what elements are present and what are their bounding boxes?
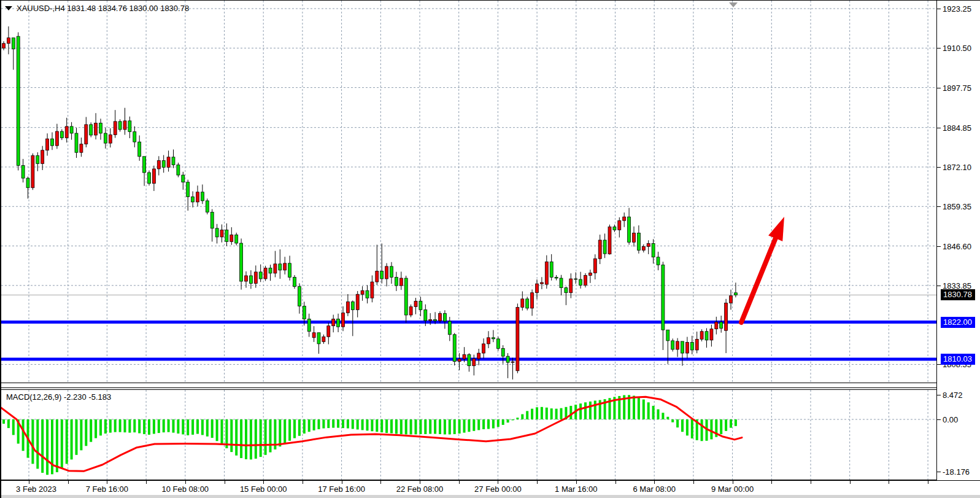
macd-histogram-bar	[691, 419, 693, 438]
macd-histogram-bar	[725, 419, 727, 431]
resistance-price-tag[interactable]: 1822.00	[941, 317, 975, 328]
time-axis[interactable]: 3 Feb 20237 Feb 16:0010 Feb 08:0015 Feb …	[1, 480, 980, 496]
macd-histogram-bar	[541, 407, 543, 419]
macd-histogram-bar	[260, 419, 262, 457]
macd-histogram-bar	[80, 419, 82, 450]
macd-histogram-bar	[46, 419, 48, 475]
macd-histogram-bar	[163, 419, 165, 432]
macd-histogram-bar	[521, 414, 523, 419]
time-axis-tick	[733, 481, 733, 484]
macd-histogram-bar	[66, 419, 68, 464]
macd-histogram-bar	[187, 419, 189, 435]
mt4-chart-window: XAUUSD-,H4 1831.48 1834.76 1830.00 1830.…	[0, 0, 980, 498]
macd-histogram-bar	[75, 419, 78, 455]
time-axis-label: 1 Mar 16:00	[555, 484, 597, 494]
macd-histogram-bar	[279, 419, 281, 446]
macd-histogram-bar	[730, 419, 732, 428]
time-axis-label: 7 Feb 16:00	[86, 484, 128, 494]
macd-histogram-bar	[235, 419, 237, 456]
macd-histogram-bar	[211, 419, 214, 438]
time-axis-tick	[498, 481, 498, 484]
macd-histogram-bar	[671, 419, 674, 422]
macd-histogram-bar	[594, 400, 596, 419]
chart-header: XAUUSD-,H4 1831.48 1834.76 1830.00 1830.…	[5, 4, 189, 13]
price-axis-tick	[937, 88, 941, 88]
macd-histogram-bar	[531, 409, 533, 419]
price-axis-tick	[937, 286, 941, 286]
macd-indicator-chart[interactable]	[1, 1, 937, 498]
price-axis-label: 1923.25	[943, 4, 971, 14]
autoscroll-marker-icon[interactable]	[729, 2, 738, 7]
time-axis-label: 17 Feb 16:00	[318, 484, 365, 494]
macd-histogram-bar	[293, 419, 296, 438]
price-axis-label: 1859.35	[943, 202, 971, 211]
macd-histogram-bar	[410, 419, 412, 434]
time-axis-tick	[420, 481, 420, 484]
price-axis-tick	[937, 48, 941, 49]
macd-histogram-bar	[424, 419, 426, 434]
price-axis-tick	[937, 246, 941, 247]
price-axis-border	[936, 1, 937, 480]
time-axis-tick	[29, 481, 29, 484]
macd-axis-label: 0.00	[943, 415, 958, 424]
macd-histogram-bar	[439, 419, 441, 434]
macd-histogram-bar	[250, 419, 252, 459]
time-axis-tick	[380, 481, 381, 484]
macd-histogram-bar	[221, 419, 223, 445]
macd-histogram-bar	[371, 419, 373, 431]
symbol-dropdown-icon[interactable]	[5, 6, 12, 10]
macd-histogram-bar	[2, 419, 5, 424]
macd-histogram-bar	[357, 419, 359, 429]
macd-histogram-bar	[507, 419, 509, 422]
window-bottom-edge	[1, 495, 980, 498]
macd-histogram-bar	[264, 419, 267, 455]
macd-axis-tick	[937, 472, 941, 472]
macd-histogram-bar	[153, 419, 155, 434]
macd-histogram-bar	[657, 410, 660, 419]
macd-histogram-bar	[133, 419, 136, 432]
macd-histogram-bar	[61, 419, 63, 469]
macd-histogram-bar	[482, 419, 485, 429]
macd-histogram-bar	[546, 408, 548, 419]
macd-histogram-bar	[449, 419, 451, 434]
macd-histogram-bar	[168, 419, 170, 432]
macd-histogram-bar	[85, 419, 87, 446]
macd-histogram-bar	[560, 408, 563, 419]
macd-histogram-bar	[41, 419, 44, 473]
macd-histogram-bar	[177, 419, 179, 434]
macd-histogram-bar	[419, 419, 422, 434]
time-axis-tick	[68, 481, 69, 484]
macd-histogram-bar	[71, 419, 73, 459]
macd-histogram-bar	[463, 419, 466, 433]
time-axis-tick	[459, 481, 460, 484]
panel-separator-top[interactable]	[1, 383, 980, 383]
bid-price-tag[interactable]: 1830.78	[941, 289, 975, 300]
macd-histogram-bar	[633, 395, 635, 419]
time-axis-label: 3 Feb 2023	[16, 484, 56, 494]
macd-histogram-bar	[516, 418, 519, 419]
support-price-tag[interactable]: 1810.03	[941, 354, 975, 365]
macd-histogram-bar	[245, 419, 247, 459]
macd-histogram-bar	[400, 419, 403, 434]
macd-signal-line	[1, 397, 742, 471]
price-axis-tick	[937, 128, 941, 128]
time-axis-tick	[771, 481, 772, 484]
macd-histogram-bar	[376, 419, 378, 432]
macd-histogram-bar	[405, 419, 407, 434]
time-axis-tick	[263, 481, 264, 484]
macd-histogram-bar	[681, 419, 684, 432]
macd-histogram-bar	[206, 419, 209, 437]
time-axis-tick	[654, 481, 655, 484]
macd-histogram-bar	[128, 419, 131, 433]
time-axis-tick	[303, 481, 303, 484]
macd-histogram-bar	[269, 419, 272, 453]
macd-histogram-bar	[638, 397, 640, 419]
macd-histogram-bar	[676, 419, 679, 427]
time-axis-tick	[928, 481, 928, 484]
macd-axis-label: -18.176	[943, 467, 970, 477]
time-axis-tick	[342, 481, 342, 484]
time-axis-tick	[225, 481, 225, 484]
price-axis[interactable]: 1923.251910.501897.751884.851872.101859.…	[937, 1, 980, 480]
macd-histogram-bar	[56, 419, 58, 472]
macd-histogram-bar	[7, 419, 10, 428]
